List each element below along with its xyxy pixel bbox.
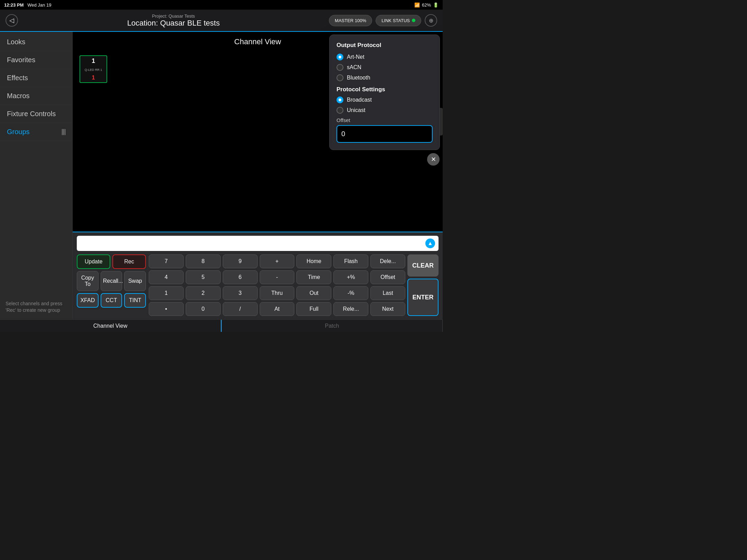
num1-button[interactable]: 1 bbox=[149, 286, 184, 300]
next-button[interactable]: Next bbox=[370, 302, 405, 316]
main-layout: Looks Favorites Effects Macros Fixture C… bbox=[0, 32, 443, 319]
cct-button[interactable]: CCT bbox=[101, 293, 122, 308]
rec-button[interactable]: Rec bbox=[112, 254, 146, 269]
sidebar-item-effects[interactable]: Effects bbox=[0, 69, 72, 87]
bluetooth-radio[interactable] bbox=[336, 74, 343, 81]
broadcast-radio-inner bbox=[339, 99, 341, 101]
artnet-label: Art-Net bbox=[347, 54, 365, 60]
sidebar-hint: Select channels and press 'Rec' to creat… bbox=[0, 295, 72, 319]
recall-button[interactable]: Recall... bbox=[101, 271, 122, 291]
at-button[interactable]: At bbox=[260, 302, 295, 316]
broadcast-label: Broadcast bbox=[347, 97, 372, 103]
keypad-right: 7 8 9 + Home Flash Dele... 4 5 6 - Time … bbox=[149, 254, 439, 316]
plus-button[interactable]: + bbox=[260, 254, 295, 268]
dele-button[interactable]: Dele... bbox=[370, 254, 405, 268]
keypad-display: ▲ bbox=[77, 236, 439, 251]
thru-button[interactable]: Thru bbox=[260, 286, 295, 300]
update-button[interactable]: Update bbox=[77, 254, 110, 269]
battery-icon: 🔋 bbox=[433, 2, 439, 8]
slash-button[interactable]: / bbox=[223, 302, 258, 316]
bluetooth-label: Bluetooth bbox=[347, 75, 370, 81]
rele-button[interactable]: Rele... bbox=[333, 302, 368, 316]
content-area: Channel View 1 Q-LED RR 1 1 Output Proto… bbox=[73, 32, 443, 319]
keypad-area: ▲ Update Rec Copy To Recall... Swap bbox=[73, 232, 443, 319]
num7-button[interactable]: 7 bbox=[149, 254, 184, 268]
keypad-left-col: Update Rec Copy To Recall... Swap XFAD C… bbox=[77, 254, 146, 316]
setting-unicast[interactable]: Unicast bbox=[336, 107, 433, 114]
broadcast-radio[interactable] bbox=[336, 96, 343, 103]
protocol-settings-title: Protocol Settings bbox=[336, 86, 433, 93]
keypad-up-button[interactable]: ▲ bbox=[425, 239, 435, 248]
last-button[interactable]: Last bbox=[370, 286, 405, 300]
num8-button[interactable]: 8 bbox=[186, 254, 221, 268]
channel-number: 1 bbox=[92, 57, 95, 65]
out-button[interactable]: Out bbox=[296, 286, 331, 300]
minus-button[interactable]: - bbox=[260, 270, 295, 284]
artnet-radio[interactable] bbox=[336, 54, 343, 60]
back-icon: ◁ bbox=[9, 17, 14, 24]
clear-button[interactable]: CLEAR bbox=[407, 254, 439, 277]
unicast-radio[interactable] bbox=[336, 107, 343, 114]
back-button[interactable]: ◁ bbox=[6, 14, 18, 27]
bottom-nav-channel-view[interactable]: Channel View bbox=[0, 320, 221, 332]
output-protocol-popup: Output Protocol Art-Net sACN Bluetooth P… bbox=[329, 35, 440, 150]
header: ◁ Project: Quasar Tests Location: Quasar… bbox=[0, 10, 443, 32]
num9-button[interactable]: 9 bbox=[223, 254, 258, 268]
protocol-sacn[interactable]: sACN bbox=[336, 64, 433, 71]
enter-button[interactable]: ENTER bbox=[407, 279, 439, 316]
sidebar-item-fixture-controls[interactable]: Fixture Controls bbox=[0, 105, 72, 123]
dot-button[interactable]: • bbox=[149, 302, 184, 316]
sidebar: Looks Favorites Effects Macros Fixture C… bbox=[0, 32, 73, 319]
num5-button[interactable]: 5 bbox=[186, 270, 221, 284]
copy-to-button[interactable]: Copy To bbox=[77, 271, 99, 291]
unicast-label: Unicast bbox=[347, 107, 365, 113]
offset-label: Offset bbox=[336, 117, 433, 123]
minuspct-button[interactable]: -% bbox=[333, 286, 368, 300]
keypad-container: Update Rec Copy To Recall... Swap XFAD C… bbox=[77, 254, 439, 316]
num0-button[interactable]: 0 bbox=[186, 302, 221, 316]
num4-button[interactable]: 4 bbox=[149, 270, 184, 284]
pluspct-button[interactable]: +% bbox=[333, 270, 368, 284]
compass-button[interactable]: ⊕ bbox=[425, 14, 437, 27]
sidebar-item-looks[interactable]: Looks bbox=[0, 33, 72, 51]
swap-button[interactable]: Swap bbox=[124, 271, 146, 291]
link-status-indicator bbox=[412, 19, 415, 22]
offset-button[interactable]: Offset bbox=[370, 270, 405, 284]
sidebar-item-macros[interactable]: Macros bbox=[0, 87, 72, 105]
compass-icon: ⊕ bbox=[429, 17, 433, 24]
header-right: MASTER 100% LINK STATUS ⊕ bbox=[329, 14, 437, 27]
xfad-button[interactable]: XFAD bbox=[77, 293, 99, 308]
grip-icon bbox=[62, 129, 65, 135]
sidebar-item-favorites[interactable]: Favorites bbox=[0, 51, 72, 69]
channel-value: 1 bbox=[92, 75, 95, 81]
num2-button[interactable]: 2 bbox=[186, 286, 221, 300]
tint-button[interactable]: TINT bbox=[124, 293, 146, 308]
status-right: 📶 62% 🔋 bbox=[414, 2, 439, 8]
bottom-nav-patch[interactable]: Patch bbox=[222, 320, 443, 332]
home-button[interactable]: Home bbox=[296, 254, 331, 268]
sacn-radio[interactable] bbox=[336, 64, 343, 71]
status-time: 12:23 PM bbox=[4, 2, 24, 8]
protocol-bluetooth[interactable]: Bluetooth bbox=[336, 74, 433, 81]
project-label: Project: Quasar Tests bbox=[127, 13, 220, 19]
setting-broadcast[interactable]: Broadcast bbox=[336, 96, 433, 103]
location-label: Location: Quasar BLE tests bbox=[127, 19, 220, 28]
sacn-label: sACN bbox=[347, 64, 361, 71]
time-button[interactable]: Time bbox=[296, 270, 331, 284]
master-button[interactable]: MASTER 100% bbox=[329, 15, 372, 26]
channel-cell-1[interactable]: 1 Q-LED RR 1 1 bbox=[80, 55, 107, 83]
num3-button[interactable]: 3 bbox=[223, 286, 258, 300]
status-date: Wed Jan 19 bbox=[27, 2, 51, 8]
flash-button[interactable]: Flash bbox=[333, 254, 368, 268]
full-button[interactable]: Full bbox=[296, 302, 331, 316]
artnet-radio-inner bbox=[339, 56, 341, 58]
popup-close-button[interactable]: ✕ bbox=[427, 153, 440, 166]
popup-title: Output Protocol bbox=[336, 42, 433, 49]
sidebar-item-groups[interactable]: Groups bbox=[0, 123, 72, 141]
num6-button[interactable]: 6 bbox=[223, 270, 258, 284]
protocol-artnet[interactable]: Art-Net bbox=[336, 54, 433, 60]
offset-input[interactable]: 0 bbox=[336, 125, 433, 143]
link-status-button[interactable]: LINK STATUS bbox=[376, 15, 421, 26]
link-status-label: LINK STATUS bbox=[381, 18, 410, 23]
wifi-icon: 📶 bbox=[414, 2, 420, 8]
